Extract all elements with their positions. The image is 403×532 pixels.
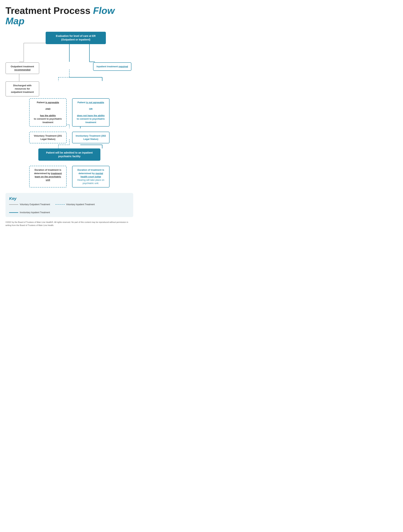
- top-box: Evaluation for level of care at ER (Outp…: [46, 32, 106, 44]
- key-items: Voluntary Outpatient Treatment Voluntary…: [9, 203, 130, 214]
- top-box-label: Evaluation for level of care at ER (Outp…: [56, 34, 96, 41]
- key-label-inpatient: Voluntary Inpatient Treatment: [66, 203, 95, 206]
- outpatient-recommended-box: Outpatient treatment recommended: [6, 62, 39, 74]
- key-label-outpatient: Voluntary Outpatient Treatment: [20, 203, 50, 206]
- key-item-outpatient: Voluntary Outpatient Treatment: [9, 203, 50, 206]
- page-title: Treatment Process Flow Map: [6, 6, 133, 26]
- outpatient-recommended-label: Outpatient treatment recommended: [11, 65, 34, 71]
- inpatient-required-box: Inpatient treatment required: [93, 62, 131, 71]
- key-item-inpatient: Voluntary Inpatient Treatment: [55, 203, 95, 206]
- key-label-involuntary: Involuntary Inpatient Treatment: [20, 211, 50, 214]
- flowchart: Evaluation for level of care at ER (Outp…: [6, 32, 133, 188]
- involuntary-label: Involuntary Treatment (302 Legal Status): [76, 134, 106, 140]
- inpatient-required-label: Inpatient treatment required: [97, 65, 128, 68]
- duration-voluntary-label: Duration of treatment is determined by t…: [34, 169, 62, 181]
- duration-voluntary-box: Duration of treatment is determined by t…: [29, 166, 67, 188]
- key-line-gray: [9, 204, 18, 205]
- admitted-label: Patient will be admitted to an inpatient…: [46, 151, 92, 158]
- not-agreeable-label: Patient is not agreeableORdoes not have …: [77, 101, 105, 124]
- duration-involuntary-title: Duration of treatment is determined by m…: [77, 169, 104, 178]
- duration-involuntary-sub: Hearing will take place on psychiatric u…: [77, 178, 104, 184]
- not-agreeable-box: Patient is not agreeableORdoes not have …: [72, 98, 110, 127]
- title-part1: Treatment Process: [6, 5, 93, 16]
- key-section: Key Voluntary Outpatient Treatment Volun…: [6, 193, 133, 217]
- duration-involuntary-box: Duration of treatment is determined by m…: [72, 166, 110, 188]
- key-line-dotted: [55, 204, 65, 205]
- key-item-involuntary: Involuntary Inpatient Treatment: [9, 211, 50, 214]
- discharged-label: Discharged with resources for outpatient…: [11, 84, 34, 93]
- key-line-solid: [9, 212, 18, 213]
- admitted-box: Patient will be admitted to an inpatient…: [38, 148, 100, 161]
- agreeable-box: Patient is agreeableANDhas the abilityto…: [29, 98, 67, 127]
- involuntary-box: Involuntary Treatment (302 Legal Status): [72, 132, 110, 143]
- key-title: Key: [9, 196, 130, 201]
- discharged-box: Discharged with resources for outpatient…: [6, 81, 39, 96]
- voluntary-box: Voluntary Treatment (201 Legal Status): [29, 132, 67, 143]
- voluntary-label: Voluntary Treatment (201 Legal Status): [34, 134, 62, 140]
- copyright: ©2022 by the Board of Trustees of Main L…: [6, 221, 133, 227]
- agreeable-label: Patient is agreeableANDhas the abilityto…: [34, 101, 62, 124]
